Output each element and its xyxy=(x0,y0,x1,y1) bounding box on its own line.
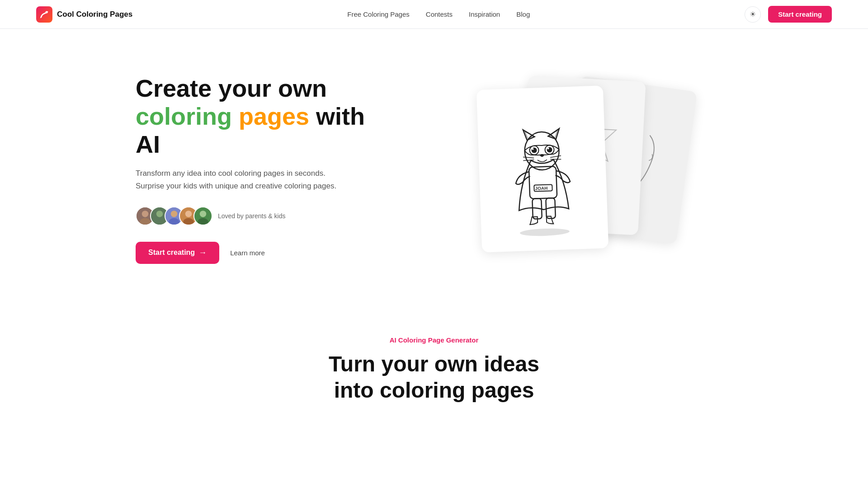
hero-content: Create your own coloring pages with AI T… xyxy=(136,74,371,264)
social-proof-row: Loved by parents & kids xyxy=(136,206,371,225)
nav-contests-link[interactable]: Contests xyxy=(426,10,453,18)
nav-links: Free Coloring Pages Contests Inspiration… xyxy=(347,10,530,18)
svg-line-31 xyxy=(523,157,534,159)
svg-point-5 xyxy=(156,211,163,217)
svg-point-8 xyxy=(171,211,177,217)
hero-word-pages: pages xyxy=(239,103,309,130)
hero-cta: Start creating → Learn more xyxy=(136,242,371,264)
section2: AI Coloring Page Generator Turn your own… xyxy=(0,300,868,430)
cat-superhero-illustration: JOAH xyxy=(491,99,594,238)
navbar-actions: ☀ Start creating xyxy=(745,6,832,23)
nav-blog-link[interactable]: Blog xyxy=(516,10,530,18)
hero-start-creating-button[interactable]: Start creating → xyxy=(136,242,219,264)
section2-title: Turn your own ideas into coloring pages xyxy=(136,351,732,403)
nav-free-coloring-link[interactable]: Free Coloring Pages xyxy=(347,10,410,18)
hero-description: Transform any idea into cool coloring pa… xyxy=(136,167,371,192)
avatar xyxy=(193,206,212,225)
logo-link[interactable]: Cool Coloring Pages xyxy=(36,6,132,23)
learn-more-link[interactable]: Learn more xyxy=(230,249,265,257)
svg-point-14 xyxy=(200,211,206,217)
coloring-card-front: JOAH xyxy=(476,85,609,253)
avatars-group xyxy=(136,206,212,225)
hero-illustration: JOAH xyxy=(398,74,732,264)
theme-toggle-button[interactable]: ☀ xyxy=(745,6,761,23)
svg-point-35 xyxy=(520,228,570,237)
arrow-icon: → xyxy=(198,248,207,258)
hero-title-line2: coloring pages with AI xyxy=(136,102,371,158)
svg-line-33 xyxy=(550,156,561,158)
svg-point-11 xyxy=(185,211,192,217)
navbar-cta-button[interactable]: Start creating xyxy=(768,6,832,23)
svg-rect-18 xyxy=(529,166,557,199)
svg-point-0 xyxy=(46,11,48,13)
section2-label: AI Coloring Page Generator xyxy=(136,336,732,344)
card-stack: JOAH xyxy=(452,79,678,259)
svg-point-2 xyxy=(142,211,148,217)
svg-text:JOAH: JOAH xyxy=(535,186,547,191)
svg-line-34 xyxy=(550,159,561,160)
hero-title: Create your own coloring pages with AI xyxy=(136,74,371,158)
hero-section: Create your own coloring pages with AI T… xyxy=(0,29,868,300)
avatars-label: Loved by parents & kids xyxy=(218,212,285,220)
brand-name: Cool Coloring Pages xyxy=(57,10,132,19)
hero-title-line1: Create your own xyxy=(136,74,371,102)
svg-line-32 xyxy=(523,160,534,161)
logo-icon xyxy=(36,6,52,23)
nav-inspiration-link[interactable]: Inspiration xyxy=(469,10,500,18)
hero-word-coloring: coloring xyxy=(136,103,232,130)
navbar: Cool Coloring Pages Free Coloring Pages … xyxy=(0,0,868,29)
